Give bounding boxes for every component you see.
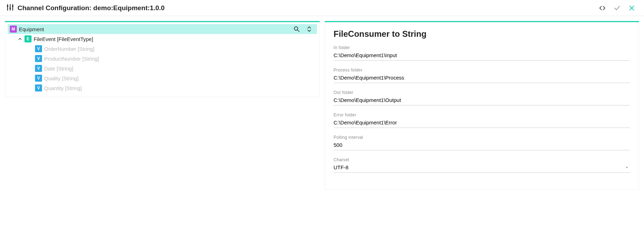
process-folder-input[interactable] [334, 73, 630, 83]
confirm-button[interactable] [613, 4, 621, 12]
tree-leaf-ordernumber[interactable]: V OrderNumber [String] [33, 44, 318, 54]
polling-interval-input[interactable] [334, 141, 630, 150]
svg-point-8 [294, 27, 298, 30]
error-folder-label: Error folder [334, 112, 630, 117]
tree-leaf-quantity[interactable]: V Quantity [String] [33, 83, 318, 93]
tree-leaf-label: Quality [String] [44, 75, 78, 81]
tree-leaf-label: ProductNumber [String] [44, 56, 99, 62]
tree-leaf-label: Date [String] [44, 66, 73, 71]
model-tree-panel: M Equipment [5, 21, 320, 97]
svg-line-9 [297, 30, 299, 32]
close-button[interactable] [628, 4, 636, 12]
search-icon[interactable] [293, 26, 300, 33]
polling-interval-label: Polling interval [334, 135, 630, 140]
svg-rect-3 [7, 6, 8, 7]
tree-leaf-label: Quantity [String] [44, 85, 82, 91]
event-badge-icon: E [25, 35, 32, 42]
variable-badge-icon: V [35, 45, 42, 52]
form-panel: FileConsumer to String In folder Process… [325, 21, 639, 190]
tree-leaf-date[interactable]: V Date [String] [33, 63, 318, 73]
out-folder-input[interactable] [334, 96, 630, 105]
tree-leaf-label: OrderNumber [String] [44, 46, 94, 52]
variable-badge-icon: V [35, 75, 42, 82]
variable-badge-icon: V [35, 65, 42, 72]
in-folder-input[interactable] [334, 51, 630, 61]
out-folder-label: Out folder [334, 90, 630, 95]
variable-badge-icon: V [35, 55, 42, 62]
tree-node-label: FileEvent [FileEventType] [34, 36, 93, 42]
in-folder-label: In folder [334, 45, 630, 50]
chevron-up-icon[interactable] [16, 36, 24, 41]
charset-label: Charset [334, 157, 630, 162]
tree-leaf-productnumber[interactable]: V ProductNumber [String] [33, 54, 318, 63]
page-title: Channel Configuration: demo:Equipment:1.… [18, 4, 165, 12]
tree-leaf-quality[interactable]: V Quality [String] [33, 73, 318, 83]
code-view-button[interactable] [598, 4, 606, 12]
process-folder-label: Process folder [334, 68, 630, 73]
svg-rect-4 [9, 8, 11, 9]
variable-badge-icon: V [35, 84, 42, 91]
form-title: FileConsumer to String [334, 29, 630, 39]
expand-collapse-icon[interactable] [306, 26, 313, 33]
model-badge-icon: M [10, 26, 17, 33]
channel-config-icon [6, 4, 14, 12]
svg-rect-5 [12, 6, 14, 7]
tree-node-fileevent[interactable]: E FileEvent [FileEventType] [14, 34, 318, 44]
error-folder-input[interactable] [334, 118, 630, 128]
tree-root-label: Equipment [19, 26, 293, 32]
charset-select[interactable] [334, 163, 630, 173]
tree-root-equipment[interactable]: M Equipment [8, 24, 317, 34]
